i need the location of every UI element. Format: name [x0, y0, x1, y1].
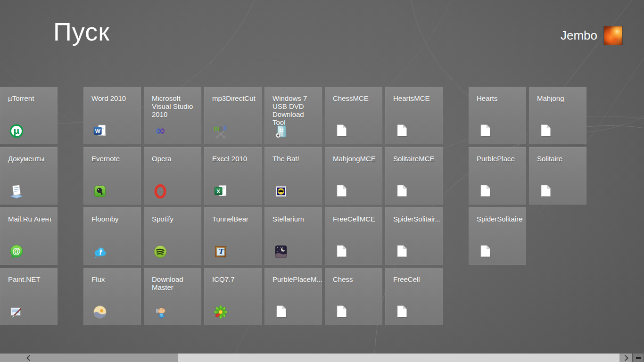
tile-label: mp3DirectCut: [212, 94, 257, 102]
tile-excel-2010[interactable]: Excel 2010 X: [204, 147, 262, 205]
tunnelbear-icon: T: [213, 244, 229, 260]
tile-label: Stellarium: [272, 215, 317, 223]
generic-doc-icon: [394, 304, 410, 320]
generic-doc-icon: [333, 304, 349, 320]
mp3directcut-icon: m p 3: [213, 123, 229, 139]
tile-floomby[interactable]: Floomby f: [83, 207, 141, 265]
icq-icon: [213, 304, 229, 320]
tile-grid: µTorrent µ Документы Mail.Ru Агент @ Pai…: [0, 87, 586, 325]
user-avatar[interactable]: [604, 26, 622, 45]
tile-label: MahjongMCE: [333, 155, 378, 163]
stellarium-icon: [273, 244, 289, 260]
tile-label: The Bat!: [272, 155, 317, 163]
win7-usb-icon: [273, 123, 289, 139]
tile-документы[interactable]: Документы: [0, 147, 58, 205]
tile-label: ICQ7.7: [212, 275, 257, 283]
tile-mail-ru-агент[interactable]: Mail.Ru Агент @: [0, 207, 58, 265]
tile-label: Mahjong: [537, 94, 582, 102]
tile-label: Flux: [91, 275, 136, 283]
tile-the-bat[interactable]: The Bat!: [264, 147, 322, 205]
tile-label: Word 2010: [91, 94, 136, 102]
utorrent-icon: µ: [8, 123, 25, 139]
thebat-icon: [273, 183, 289, 199]
tile-flux[interactable]: Flux: [83, 268, 141, 325]
generic-doc-icon: [477, 244, 493, 260]
tile-label: PurblePlace: [477, 155, 521, 163]
tile-paint-net[interactable]: Paint.NET: [0, 268, 58, 325]
tile-label: SolitaireMCE: [393, 155, 438, 163]
tile-chessmce[interactable]: ChessMCE: [325, 87, 382, 144]
opera-icon: [152, 183, 168, 199]
tile-download-master[interactable]: Download Master: [144, 268, 201, 325]
svg-text:@: @: [12, 247, 21, 256]
tile-label: PurblePlaceM...: [272, 275, 317, 283]
minus-icon: [636, 357, 641, 359]
downloadmaster-icon: [152, 304, 168, 320]
horizontal-scrollbar[interactable]: [0, 354, 632, 362]
tile-solitairemce[interactable]: SolitaireMCE: [385, 147, 443, 205]
tile-label: µTorrent: [8, 94, 53, 102]
tile-chess[interactable]: Chess: [325, 268, 382, 325]
tile-mp3directcut[interactable]: mp3DirectCut m p 3: [204, 87, 262, 144]
tile-mahjongmce[interactable]: MahjongMCE: [325, 147, 382, 205]
generic-doc-icon: [394, 244, 410, 260]
tile-label: Evernote: [91, 155, 136, 163]
generic-doc-icon: [333, 244, 349, 260]
tile-word-2010[interactable]: Word 2010 W: [83, 87, 141, 144]
svg-text:X: X: [216, 188, 220, 194]
tile-microsoft-visual-studio-2010[interactable]: Microsoft Visual Studio 2010 ∞: [144, 87, 201, 144]
tile-label: Solitaire: [537, 155, 582, 163]
tile-freecellmce[interactable]: FreeCellMCE: [325, 207, 382, 265]
tile-purbleplace[interactable]: PurblePlace: [469, 147, 526, 205]
tile-label: Spotify: [152, 215, 197, 223]
documents-icon: [8, 183, 25, 199]
tile-torrent[interactable]: µTorrent µ: [0, 87, 58, 144]
tile-label: Windows 7 USB DVD Download Tool: [272, 94, 317, 126]
generic-doc-icon: [477, 183, 493, 199]
scroll-right-arrow-icon[interactable]: [622, 355, 628, 361]
start-screen: Пуск Jembo µTorrent µ Документы Mail.Ru …: [0, 0, 644, 362]
tile-label: Hearts: [477, 94, 521, 102]
user-tile[interactable]: Jembo: [561, 26, 622, 45]
tile-freecell[interactable]: FreeCell: [385, 268, 443, 325]
scroll-left-arrow-icon[interactable]: [26, 355, 33, 361]
scrollbar-thumb[interactable]: [178, 354, 619, 362]
generic-doc-icon: [394, 183, 410, 199]
tile-label: FreeCellMCE: [333, 215, 378, 223]
tile-icq7-7[interactable]: ICQ7.7: [204, 268, 262, 325]
tile-stellarium[interactable]: Stellarium: [264, 207, 322, 265]
tile-label: Floomby: [91, 215, 136, 223]
tile-label: Opera: [152, 155, 197, 163]
tile-label: Документы: [8, 155, 53, 163]
tile-evernote[interactable]: Evernote: [83, 147, 141, 205]
tile-label: TunnelBear: [212, 215, 257, 223]
tile-label: Chess: [333, 275, 378, 283]
tile-label: Mail.Ru Агент: [8, 215, 53, 223]
svg-text:W: W: [95, 128, 100, 134]
tile-spidersolitair[interactable]: SpiderSolitair...: [385, 207, 443, 265]
generic-doc-icon: [537, 123, 553, 139]
generic-doc-icon: [333, 123, 349, 139]
tile-hearts[interactable]: Hearts: [469, 87, 526, 144]
tile-label: HeartsMCE: [393, 94, 438, 102]
svg-text:µ: µ: [13, 126, 19, 136]
tile-mahjong[interactable]: Mahjong: [529, 87, 586, 144]
tile-label: Download Master: [152, 275, 197, 291]
tile-group-1: µTorrent µ Документы Mail.Ru Агент @ Pai…: [0, 87, 58, 325]
spotify-icon: [152, 244, 168, 260]
tile-heartsmce[interactable]: HeartsMCE: [385, 87, 443, 144]
tile-solitaire[interactable]: Solitaire: [529, 147, 586, 205]
flux-icon: [92, 304, 108, 320]
user-name[interactable]: Jembo: [561, 28, 597, 43]
tile-spidersolitaire[interactable]: SpiderSolitaire: [469, 207, 526, 265]
tile-purbleplacem[interactable]: PurblePlaceM...: [264, 268, 322, 325]
svg-text:3: 3: [223, 124, 226, 132]
generic-doc-icon: [477, 123, 493, 139]
tile-opera[interactable]: Opera: [144, 147, 201, 205]
tile-spotify[interactable]: Spotify: [144, 207, 201, 265]
semantic-zoom-out-button[interactable]: [633, 354, 644, 362]
tile-tunnelbear[interactable]: TunnelBear T: [204, 207, 262, 265]
tile-windows-7-usb-dvd-download-tool[interactable]: Windows 7 USB DVD Download Tool: [264, 87, 322, 144]
svg-text:p: p: [219, 125, 223, 132]
tile-label: SpiderSolitaire: [477, 215, 521, 223]
